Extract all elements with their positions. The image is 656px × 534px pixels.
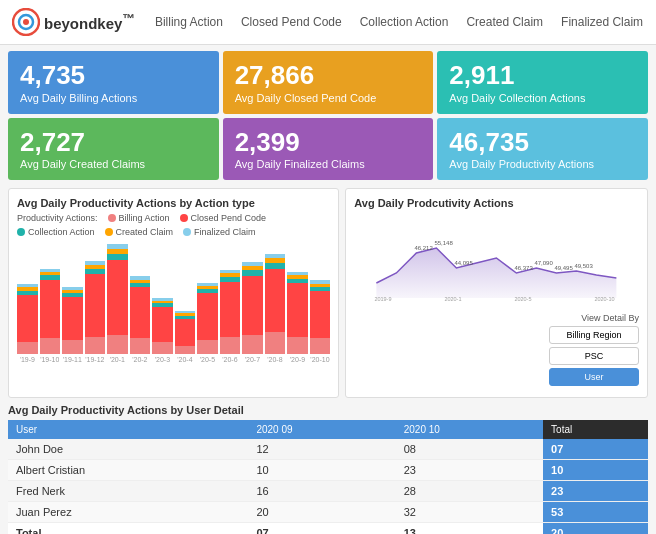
psc-button[interactable]: PSC xyxy=(549,347,639,365)
kpi-label-productivity: Avg Daily Productivity Actions xyxy=(449,158,636,170)
bar-label: '19-10 xyxy=(40,356,59,363)
legend-dot-pend xyxy=(180,214,188,222)
legend-dot-collection xyxy=(17,228,25,236)
kpi-label-collection: Avg Daily Collection Actions xyxy=(449,92,636,104)
svg-text:2019-9: 2019-9 xyxy=(375,296,392,302)
kpi-label-billing: Avg Daily Billing Actions xyxy=(20,92,207,104)
total-col2: 13 xyxy=(396,523,543,534)
table-total-row: Total 07 13 20 xyxy=(8,523,648,534)
nav-finalized-claim[interactable]: Finalized Claim xyxy=(561,15,643,29)
bar-label: '20-4 xyxy=(177,356,192,363)
nav-billing-action[interactable]: Billing Action xyxy=(155,15,223,29)
billing-region-button[interactable]: Billing Region xyxy=(549,326,639,344)
bar-segment xyxy=(310,338,331,354)
cell-col2: 23 xyxy=(396,460,543,481)
table-row: Albert Cristian 10 23 10 xyxy=(8,460,648,481)
bar-label: '20-2 xyxy=(132,356,147,363)
bar-label: '20-7 xyxy=(245,356,260,363)
kpi-value-productivity: 46,735 xyxy=(449,128,636,157)
bar-label: '20-10 xyxy=(310,356,329,363)
bar-segment xyxy=(310,291,331,338)
cell-col2: 32 xyxy=(396,502,543,523)
svg-text:46,212: 46,212 xyxy=(415,245,434,251)
bar-chart-title: Avg Daily Productivity Actions by Action… xyxy=(17,197,330,209)
bar-segment xyxy=(130,338,151,354)
bar-group: '19-9 xyxy=(17,283,38,363)
bar-segment xyxy=(40,280,61,339)
logo-text: beyondkey™ xyxy=(44,12,135,32)
bar-group: '20-3 xyxy=(152,298,173,363)
legend-dot-created xyxy=(105,228,113,236)
cell-col1: 16 xyxy=(248,481,395,502)
bar-segment xyxy=(85,337,106,354)
table-section: Avg Daily Productivity Actions by User D… xyxy=(0,404,656,534)
bar-segment xyxy=(17,295,38,342)
kpi-value-billing: 4,735 xyxy=(20,61,207,90)
bar-chart-box: Avg Daily Productivity Actions by Action… xyxy=(8,188,339,398)
bar-group: '19-12 xyxy=(85,261,106,364)
bar-segment xyxy=(107,335,128,355)
line-chart-title: Avg Daily Prodcutivity Actions xyxy=(354,197,639,209)
bar-segment xyxy=(242,335,263,355)
bar-group: '20-9 xyxy=(287,272,308,364)
kpi-card-productivity: 46,735 Avg Daily Productivity Actions xyxy=(437,118,648,181)
col-header-total: Total xyxy=(543,420,648,439)
cell-user: Albert Cristian xyxy=(8,460,248,481)
bar-label: '20-5 xyxy=(200,356,215,363)
view-detail-section: View Detail By Billing Region PSC User xyxy=(354,313,639,389)
svg-text:55,148: 55,148 xyxy=(435,240,454,246)
total-label: Total xyxy=(8,523,248,534)
nav: Billing Action Closed Pend Code Collecti… xyxy=(155,15,643,29)
kpi-grid: 4,735 Avg Daily Billing Actions 27,866 A… xyxy=(0,45,656,186)
table-row: Fred Nerk 16 28 23 xyxy=(8,481,648,502)
user-button[interactable]: User xyxy=(549,368,639,386)
cell-col1: 12 xyxy=(248,439,395,460)
cell-col2: 28 xyxy=(396,481,543,502)
cell-user: Juan Perez xyxy=(8,502,248,523)
cell-total: 53 xyxy=(543,502,648,523)
cell-col2: 08 xyxy=(396,439,543,460)
bar-segment xyxy=(152,307,173,342)
cell-user: Fred Nerk xyxy=(8,481,248,502)
bar-label: '20-6 xyxy=(222,356,237,363)
legend-prefix: Productivity Actions: xyxy=(17,213,98,223)
svg-text:46,373: 46,373 xyxy=(515,265,534,271)
kpi-value-pend: 27,866 xyxy=(235,61,422,90)
legend-pend: Closed Pend Code xyxy=(180,213,267,223)
bar-group: '19-11 xyxy=(62,287,83,364)
bar-label: '20-3 xyxy=(155,356,170,363)
svg-text:2020-5: 2020-5 xyxy=(515,296,532,302)
bar-segment xyxy=(175,346,196,354)
bar-chart-container: '19-9'19-10'19-11'19-12'20-1'20-2'20-3'2… xyxy=(17,243,330,363)
bar-segment xyxy=(40,338,61,354)
bar-segment xyxy=(265,269,286,332)
legend-collection: Collection Action xyxy=(17,227,95,237)
bar-segment xyxy=(152,342,173,354)
table-title: Avg Daily Productivity Actions by User D… xyxy=(8,404,648,416)
kpi-value-created: 2,727 xyxy=(20,128,207,157)
bar-group: '20-6 xyxy=(220,270,241,363)
bar-chart-legend: Productivity Actions: Billing Action Clo… xyxy=(17,213,330,237)
bar-segment xyxy=(107,260,128,335)
logo-icon xyxy=(12,8,40,36)
svg-text:47,090: 47,090 xyxy=(535,260,554,266)
nav-created-claim[interactable]: Created Claim xyxy=(466,15,543,29)
table-row: John Doe 12 08 07 xyxy=(8,439,648,460)
total-total: 20 xyxy=(543,523,648,534)
area-fill xyxy=(377,248,617,298)
bar-segment xyxy=(242,276,263,335)
kpi-value-collection: 2,911 xyxy=(449,61,636,90)
nav-collection-action[interactable]: Collection Action xyxy=(360,15,449,29)
kpi-card-finalized: 2,399 Avg Daily Finalized Claims xyxy=(223,118,434,181)
bar-segment xyxy=(287,283,308,336)
col-header-2020-09: 2020 09 xyxy=(248,420,395,439)
bar-segment xyxy=(130,287,151,338)
logo: beyondkey™ xyxy=(12,8,135,36)
bar-segment xyxy=(220,337,241,354)
cell-col1: 10 xyxy=(248,460,395,481)
legend-created: Created Claim xyxy=(105,227,174,237)
line-chart-area: 46,212 55,148 44,095 46,373 47,090 49,49… xyxy=(354,213,639,307)
nav-closed-pend-code[interactable]: Closed Pend Code xyxy=(241,15,342,29)
col-header-2020-10: 2020 10 xyxy=(396,420,543,439)
bar-label: '20-1 xyxy=(110,356,125,363)
